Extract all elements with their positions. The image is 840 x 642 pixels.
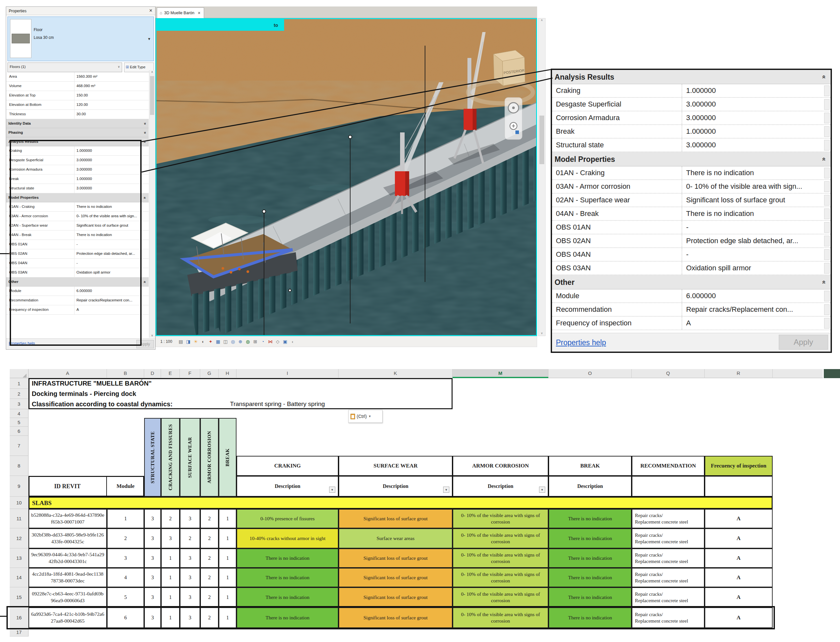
row-header-5[interactable]: 5 [10,418,29,427]
row-expand-slot[interactable] [824,99,830,110]
row-expand-slot[interactable] [824,113,830,123]
group-header-frecuency-of-inspection[interactable]: Frecuency of inspection [705,456,773,476]
row-expand-slot[interactable] [824,209,830,219]
cell-score[interactable]: 3 [161,529,180,548]
cell-score[interactable]: 2 [200,548,219,568]
section-header-model-properties[interactable]: Model Properties« [552,152,830,166]
cell-score[interactable]: 2 [200,529,219,548]
cell-armor-corrosion[interactable]: 0- 10% of the visible area with signs of… [453,548,548,568]
property-value[interactable]: 30.00 [74,110,149,119]
rendering-icon[interactable]: ▦ [215,338,222,345]
cell-score[interactable]: 1 [219,587,237,607]
constraints-icon[interactable]: ◇ [275,338,281,345]
property-value[interactable]: - [682,248,830,261]
column-header-K[interactable]: K [338,369,453,378]
row-header-2[interactable]: 2 [10,389,29,399]
cell-frequency[interactable]: A [705,509,773,529]
column-header-G[interactable]: G [200,369,219,378]
row-header-1[interactable]: 1 [10,378,29,389]
reveal-hidden-icon[interactable]: ⊞ [252,338,259,345]
cell-score[interactable]: 1 [219,529,237,548]
cell-score[interactable]: 3 [180,568,200,587]
cell-score[interactable]: 1 [219,568,237,587]
paste-options-button[interactable]: (Ctrl) ▼ [348,410,383,423]
cell-score[interactable]: 3 [180,587,200,607]
cell-id-revit[interactable]: b528088a-c32a-4e69-864d-437890ef65b3-000… [29,509,107,529]
row-header-8[interactable]: 8 [10,456,29,476]
cell-module[interactable]: 2 [107,529,144,548]
column-header-D[interactable]: D [144,369,161,378]
navigation-bar[interactable] [505,97,522,139]
lock-3d-icon[interactable]: ⊕ [237,338,244,345]
view-scale[interactable]: 1 : 100 [160,339,172,344]
viewport-vertical-scrollbar[interactable]: ∧∨ [538,18,546,336]
cell-break[interactable]: There is no indication [548,568,632,587]
property-value[interactable]: 3.000000 [682,98,830,111]
cell-score[interactable]: 3 [144,568,161,587]
cell-id-revit[interactable]: 4cc2d18a-18fd-4081-9ead-0ec113878738-000… [29,568,107,587]
filter-dropdown-button[interactable]: ▼ [539,486,545,493]
property-value[interactable]: 468.090 m³ [74,81,149,91]
header-description[interactable]: Description▼ [338,476,453,497]
property-value[interactable]: Oxidation spill armor [682,262,830,274]
cell-score[interactable]: 1 [219,509,237,529]
row-header-12[interactable]: 12 [10,529,29,548]
cell-score[interactable]: 3 [144,529,161,548]
cell-armor-corrosion[interactable]: 0- 10% of the visible area with signs of… [453,529,548,548]
3d-viewport[interactable]: POSTERIOR to [156,18,537,336]
row-expand-slot[interactable] [824,263,830,274]
property-value[interactable]: 6.000000 [682,289,830,302]
cell-surface-wear[interactable]: Surface wear areas [338,529,453,548]
cell-recommendation[interactable]: Repair cracks/ Replacement concrete stee… [632,568,705,587]
header-module[interactable]: Module [107,476,144,497]
row-header-14[interactable]: 14 [10,568,29,587]
row-header-13[interactable]: 13 [10,548,29,568]
cell-frequency[interactable]: A [705,548,773,568]
chevron-left-icon[interactable]: ‹ [292,339,293,344]
cell-score[interactable]: 3 [144,548,161,568]
column-header-B[interactable]: B [107,369,144,378]
column-header-I[interactable]: I [237,369,338,378]
row-header-15[interactable]: 15 [10,587,29,607]
cell-surface-wear[interactable]: Significant loss of surface grout [338,568,453,587]
filter-dropdown-button[interactable]: ▼ [443,486,449,493]
cell-surface-wear[interactable]: Significant loss of surface grout [338,548,453,568]
column-header-Q[interactable]: Q [632,369,705,378]
header-description[interactable]: Description▼ [237,476,338,497]
cell-frequency[interactable]: A [705,587,773,607]
property-value[interactable]: 120.00 [74,101,149,109]
close-icon[interactable]: ✕ [149,8,153,13]
group-header-surface-wear[interactable]: SURFACE WEAR [338,456,453,476]
cell-break[interactable]: There is no indication [548,587,632,607]
row-expand-slot[interactable] [824,168,830,178]
cell-recommendation[interactable]: Repair cracks/ Replacement concrete stee… [632,548,705,568]
cell-module[interactable]: 4 [107,568,144,587]
scale-icon[interactable]: ▤ [177,338,184,345]
group-header-break[interactable]: BREAK [548,456,632,476]
header-description[interactable]: Description▼ [453,476,548,497]
cell-score[interactable]: 2 [200,568,219,587]
cell-craking[interactable]: There is no indication [237,587,338,607]
cell-score[interactable]: 1 [161,587,180,607]
cell-score[interactable]: 2 [161,509,180,529]
header-description[interactable]: Description [548,476,632,497]
property-value[interactable]: 150.00 [74,91,149,100]
property-value[interactable]: 0- 10% of the visible area with sign... [682,180,830,193]
row-expand-slot[interactable] [824,181,830,192]
cell-score[interactable]: 2 [180,529,200,548]
cell-score[interactable]: 1 [161,548,180,568]
cell-module[interactable]: 5 [107,587,144,607]
temporary-hide-icon[interactable]: ◍ [245,338,251,345]
row-header-7[interactable]: 7 [10,436,29,456]
cell-recommendation[interactable]: Repair cracks/ Replacement concrete stee… [632,509,705,529]
row-header-10[interactable]: 10 [10,497,29,509]
section-header-analysis-results[interactable]: Analysis Results« [552,70,830,84]
row-header-4[interactable]: 4 [10,409,29,418]
cell-break[interactable]: There is no indication [548,509,632,529]
property-value[interactable]: 3.000000 [682,111,830,124]
apply-button[interactable]: Apply [779,335,828,350]
row-expand-slot[interactable] [824,304,830,315]
cell-id-revit[interactable]: 09228e7c-cb63-4eec-9731-0afd69b96ea9-000… [29,587,107,607]
group-header-recommendation[interactable]: RECOMMENDATION [632,456,705,476]
vertical-header-surface-wear[interactable]: SURFACE WEAR [180,418,200,497]
